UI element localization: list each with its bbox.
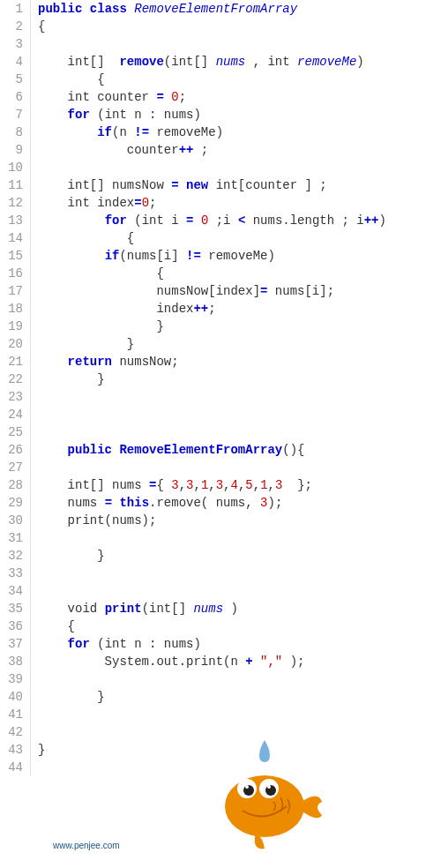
code-line[interactable]: }	[38, 335, 448, 353]
line-number: 3	[0, 35, 23, 53]
line-number: 15	[0, 247, 23, 265]
line-number: 21	[0, 353, 23, 370]
svg-point-4	[265, 785, 276, 796]
line-number: 31	[0, 529, 23, 547]
code-line[interactable]: for (int n : nums)	[38, 106, 448, 123]
code-line[interactable]: {	[38, 617, 448, 635]
line-number: 25	[0, 423, 23, 441]
line-number: 40	[0, 688, 23, 706]
code-line[interactable]	[38, 388, 448, 406]
code-line[interactable]: {	[38, 71, 448, 88]
line-number: 27	[0, 459, 23, 476]
line-number: 38	[0, 653, 23, 670]
line-number: 12	[0, 194, 23, 212]
code-line[interactable]: }	[38, 370, 448, 388]
code-line[interactable]: int[] nums ={ 3,3,1,3,4,5,1,3 };	[38, 476, 448, 494]
code-line[interactable]	[38, 35, 448, 53]
line-number: 28	[0, 476, 23, 494]
code-line[interactable]: counter++ ;	[38, 141, 448, 159]
line-number: 2	[0, 18, 23, 35]
line-number: 36	[0, 617, 23, 635]
code-editor: 1234567891011121314151617181920212223242…	[0, 0, 448, 776]
line-number: 10	[0, 159, 23, 176]
code-line[interactable]: print(nums);	[38, 512, 448, 529]
code-line[interactable]: if(n != removeMe)	[38, 123, 448, 141]
code-line[interactable]: numsNow[index]= nums[i];	[38, 282, 448, 300]
line-number: 37	[0, 635, 23, 653]
code-line[interactable]: System.out.print(n + "," );	[38, 653, 448, 670]
line-number: 30	[0, 512, 23, 529]
line-number: 11	[0, 176, 23, 194]
line-number: 19	[0, 318, 23, 335]
svg-point-5	[245, 785, 249, 789]
code-line[interactable]: nums = this.remove( nums, 3);	[38, 494, 448, 512]
line-number: 16	[0, 265, 23, 282]
line-number: 5	[0, 71, 23, 88]
line-number: 32	[0, 547, 23, 565]
code-area[interactable]: public class RemoveElementFromArray{ int…	[31, 0, 448, 776]
code-line[interactable]	[38, 406, 448, 423]
code-line[interactable]	[38, 706, 448, 723]
line-number: 44	[0, 759, 23, 776]
code-line[interactable]: }	[38, 688, 448, 706]
line-number: 8	[0, 123, 23, 141]
line-number: 13	[0, 212, 23, 229]
line-number: 43	[0, 741, 23, 759]
code-line[interactable]	[38, 423, 448, 441]
line-number: 39	[0, 670, 23, 688]
code-line[interactable]: int[] numsNow = new int[counter ] ;	[38, 176, 448, 194]
code-line[interactable]: index++;	[38, 300, 448, 318]
line-number: 33	[0, 565, 23, 582]
code-line[interactable]	[38, 159, 448, 176]
line-number-gutter: 1234567891011121314151617181920212223242…	[0, 0, 31, 776]
svg-point-3	[243, 785, 254, 796]
code-line[interactable]: return numsNow;	[38, 353, 448, 370]
line-number: 26	[0, 441, 23, 459]
code-line[interactable]: int counter = 0;	[38, 88, 448, 106]
line-number: 7	[0, 106, 23, 123]
code-line[interactable]: for (int n : nums)	[38, 635, 448, 653]
code-line[interactable]: {	[38, 265, 448, 282]
line-number: 24	[0, 406, 23, 423]
line-number: 23	[0, 388, 23, 406]
line-number: 22	[0, 370, 23, 388]
line-number: 6	[0, 88, 23, 106]
line-number: 14	[0, 229, 23, 247]
line-number: 9	[0, 141, 23, 159]
code-line[interactable]	[38, 459, 448, 476]
line-number: 4	[0, 53, 23, 71]
svg-point-6	[267, 785, 271, 789]
code-line[interactable]: {	[38, 18, 448, 35]
code-line[interactable]: }	[38, 547, 448, 565]
code-line[interactable]	[38, 565, 448, 582]
code-line[interactable]: void print(int[] nums )	[38, 600, 448, 617]
line-number: 18	[0, 300, 23, 318]
code-line[interactable]	[38, 582, 448, 600]
code-line[interactable]	[38, 529, 448, 547]
code-line[interactable]: for (int i = 0 ;i < nums.length ; i++)	[38, 212, 448, 229]
line-number: 1	[0, 0, 23, 18]
code-line[interactable]: public RemoveElementFromArray(){	[38, 441, 448, 459]
code-line[interactable]: {	[38, 229, 448, 247]
code-line[interactable]: int index=0;	[38, 194, 448, 212]
line-number: 20	[0, 335, 23, 353]
line-number: 42	[0, 723, 23, 741]
code-line[interactable]: if(nums[i] != removeMe)	[38, 247, 448, 265]
line-number: 29	[0, 494, 23, 512]
code-line[interactable]	[38, 670, 448, 688]
code-line[interactable]: public class RemoveElementFromArray	[38, 0, 448, 18]
code-line[interactable]: }	[38, 318, 448, 335]
line-number: 34	[0, 582, 23, 600]
footer-link[interactable]: www.penjee.com	[53, 841, 120, 850]
code-line[interactable]: int[] remove(int[] nums , int removeMe)	[38, 53, 448, 71]
line-number: 35	[0, 600, 23, 617]
penjee-mascot-icon	[203, 736, 326, 859]
line-number: 17	[0, 282, 23, 300]
line-number: 41	[0, 706, 23, 723]
